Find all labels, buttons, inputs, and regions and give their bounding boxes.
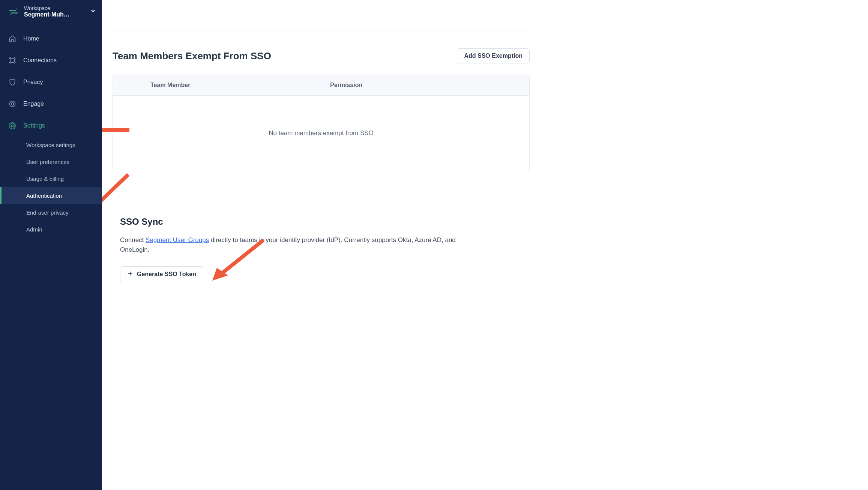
svg-point-2 [10,58,11,59]
section-divider [113,190,530,190]
generate-sso-token-button[interactable]: Generate SSO Token [120,266,203,282]
subnav-workspace-settings[interactable]: Workspace settings [0,137,102,153]
svg-point-0 [16,9,17,10]
sidebar-item-label: Home [23,35,39,42]
col-team-member: Team Member [113,75,321,95]
button-label: Add SSO Exemption [464,53,523,59]
workspace-name: Segment-Muh… [24,11,85,18]
sidebar-item-label: Engage [23,101,44,107]
subnav-user-preferences[interactable]: User preferences [0,153,102,170]
sidebar-item-engage[interactable]: Engage [0,93,102,115]
svg-line-11 [102,174,128,211]
subnav-usage-billing[interactable]: Usage & billing [0,170,102,187]
main-content: Team Members Exempt From SSO Add SSO Exe… [102,0,545,490]
exempt-table: Team Member Permission No team members e… [113,75,530,171]
svg-point-7 [10,101,15,107]
svg-point-3 [14,58,15,59]
segment-user-groups-link[interactable]: Segment User Groups [146,236,209,243]
sso-sync-description: Connect Segment User Groups directly to … [120,235,480,255]
sso-sync-section: SSO Sync Connect Segment User Groups dir… [113,216,530,282]
svg-point-1 [10,14,11,15]
subnav-authentication[interactable]: Authentication [0,187,102,204]
button-label: Generate SSO Token [137,271,196,278]
subnav-end-user-privacy[interactable]: End-user privacy [0,204,102,221]
connections-icon [8,56,17,65]
engage-icon [8,100,17,108]
shield-icon [8,78,17,86]
home-icon [8,35,17,43]
workspace-switcher[interactable]: Workspace Segment-Muh… [0,2,102,24]
col-permission: Permission [321,75,529,95]
sidebar-item-connections[interactable]: Connections [0,50,102,71]
settings-subnav: Workspace settings User preferences Usag… [0,137,102,238]
chevron-down-icon [90,8,96,15]
plus-icon [127,271,133,278]
svg-point-8 [12,125,14,127]
primary-nav: Home Connections Privacy Engage Settings [0,28,102,137]
svg-point-6 [11,103,14,105]
top-divider [113,30,530,30]
table-header: Team Member Permission [113,75,529,96]
svg-point-4 [10,62,11,63]
sidebar-item-label: Connections [23,57,57,64]
desc-prefix: Connect [120,236,146,243]
empty-state: No team members exempt from SSO [113,96,529,171]
segment-logo-icon [8,6,19,17]
subnav-admin[interactable]: Admin [0,221,102,238]
sidebar-item-home[interactable]: Home [0,28,102,50]
sidebar-item-label: Privacy [23,79,43,86]
sidebar-item-settings[interactable]: Settings [0,115,102,137]
sso-sync-title: SSO Sync [120,216,530,227]
gear-icon [8,122,17,130]
exempt-title: Team Members Exempt From SSO [113,50,271,62]
sidebar-item-label: Settings [23,122,45,129]
sidebar: Workspace Segment-Muh… Home Connections … [0,0,102,490]
svg-point-5 [14,62,15,63]
workspace-label: Workspace [24,5,85,11]
add-sso-exemption-button[interactable]: Add SSO Exemption [457,48,530,63]
annotation-arrow-icon [102,171,132,219]
sidebar-item-privacy[interactable]: Privacy [0,71,102,93]
